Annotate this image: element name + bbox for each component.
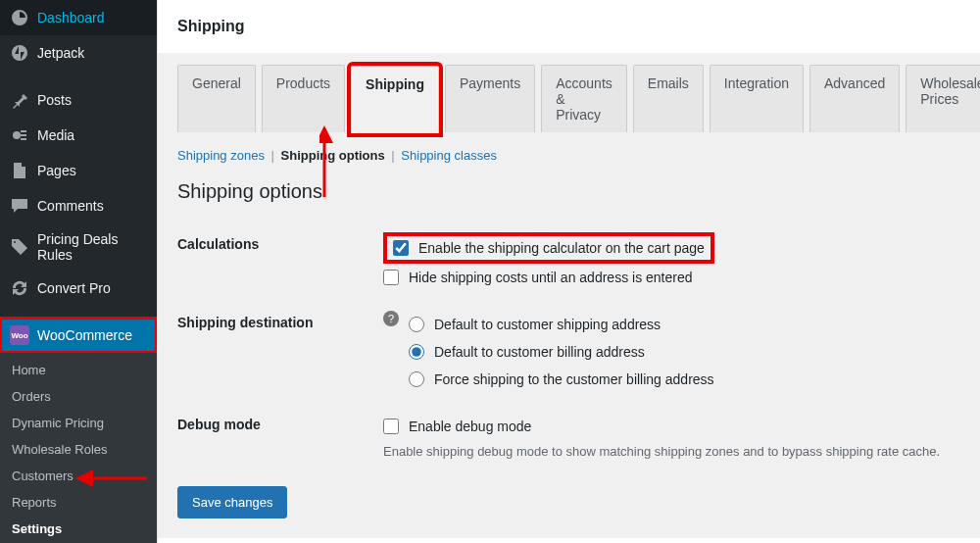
opt-enable-debug[interactable]: Enable debug mode xyxy=(383,413,960,440)
subtab-shipping-zones[interactable]: Shipping zones xyxy=(177,148,265,163)
dashboard-icon xyxy=(10,8,29,27)
submenu-dynamic-pricing[interactable]: Dynamic Pricing xyxy=(0,410,157,436)
sidebar-item-label: Media xyxy=(37,127,74,143)
shipping-subtabs: Shipping zones | Shipping options | Ship… xyxy=(177,148,960,163)
jetpack-icon xyxy=(10,43,29,63)
opt-hide-costs[interactable]: Hide shipping costs until an address is … xyxy=(383,264,960,291)
debug-description: Enable shipping debug mode to show match… xyxy=(383,444,960,459)
sidebar-item-label: Posts xyxy=(37,92,72,108)
opt-force-billing[interactable]: Force shipping to the customer billing a… xyxy=(409,366,714,393)
woocommerce-submenu: Home Orders Dynamic Pricing Wholesale Ro… xyxy=(0,353,157,543)
sidebar-item-label: Convert Pro xyxy=(37,280,111,296)
page-icon xyxy=(10,161,29,180)
submenu-customers[interactable]: Customers xyxy=(0,463,157,489)
sidebar-item-woocommerce[interactable]: Woo WooCommerce xyxy=(0,318,157,353)
radio-default-billing[interactable] xyxy=(409,344,424,360)
opt-label: Force shipping to the customer billing a… xyxy=(434,371,714,387)
label-destination: Shipping destination xyxy=(177,311,383,330)
save-button[interactable]: Save changes xyxy=(177,486,287,518)
sidebar-item-comments[interactable]: Comments xyxy=(0,188,157,223)
tab-wholesale-prices[interactable]: Wholesale Prices xyxy=(906,65,980,132)
tab-emails[interactable]: Emails xyxy=(633,65,704,132)
opt-label: Hide shipping costs until an address is … xyxy=(409,270,693,285)
opt-label: Default to customer shipping address xyxy=(434,317,661,332)
tab-products[interactable]: Products xyxy=(262,65,345,132)
opt-label: Enable the shipping calculator on the ca… xyxy=(418,240,705,256)
subtab-shipping-classes[interactable]: Shipping classes xyxy=(401,148,497,163)
main-content: Shipping General Products Shipping Payme… xyxy=(157,0,980,543)
tab-shipping[interactable]: Shipping xyxy=(351,66,439,133)
sidebar-item-media[interactable]: Media xyxy=(0,118,157,153)
submenu-orders[interactable]: Orders xyxy=(0,383,157,410)
checkbox-enable-debug[interactable] xyxy=(383,419,399,434)
sidebar-item-convert-pro[interactable]: Convert Pro xyxy=(0,271,157,306)
tab-accounts-privacy[interactable]: Accounts & Privacy xyxy=(541,65,627,132)
tab-general[interactable]: General xyxy=(177,65,256,132)
sidebar-item-label: Comments xyxy=(37,198,104,214)
page-title: Shipping xyxy=(177,18,960,35)
media-icon xyxy=(10,125,29,145)
checkbox-enable-calculator[interactable] xyxy=(393,240,409,256)
radio-force-billing[interactable] xyxy=(409,371,424,387)
sidebar-item-posts[interactable]: Posts xyxy=(0,82,157,118)
radio-default-shipping[interactable] xyxy=(409,317,424,332)
svg-point-1 xyxy=(13,131,21,139)
svg-point-0 xyxy=(12,45,27,61)
opt-default-shipping[interactable]: Default to customer shipping address xyxy=(409,311,714,338)
page-header: Shipping xyxy=(158,0,980,53)
sidebar-item-label: Dashboard xyxy=(37,10,105,25)
sidebar-item-label: Jetpack xyxy=(37,45,84,61)
tab-advanced[interactable]: Advanced xyxy=(809,65,900,132)
settings-tabs: General Products Shipping Payments Accou… xyxy=(177,65,960,132)
submenu-wholesale-roles[interactable]: Wholesale Roles xyxy=(0,436,157,463)
tab-payments[interactable]: Payments xyxy=(445,65,535,132)
label-debug: Debug mode xyxy=(177,413,383,432)
sidebar-item-label: WooCommerce xyxy=(37,327,132,343)
sidebar-item-pricing-deals[interactable]: Pricing Deals Rules xyxy=(0,223,157,271)
label-calculations: Calculations xyxy=(177,232,383,252)
subtab-shipping-options[interactable]: Shipping options xyxy=(281,148,385,163)
sidebar-item-jetpack[interactable]: Jetpack xyxy=(0,35,157,71)
sidebar-item-label: Pages xyxy=(37,163,76,178)
submenu-reports[interactable]: Reports xyxy=(0,489,157,516)
opt-label: Enable debug mode xyxy=(409,419,531,434)
comment-icon xyxy=(10,196,29,216)
submenu-home[interactable]: Home xyxy=(0,357,157,383)
sidebar-item-dashboard[interactable]: Dashboard xyxy=(0,0,157,35)
opt-label: Default to customer billing address xyxy=(434,344,645,360)
sidebar-item-label: Pricing Deals Rules xyxy=(37,231,147,263)
opt-default-billing[interactable]: Default to customer billing address xyxy=(409,338,714,366)
opt-enable-calculator[interactable]: Enable the shipping calculator on the ca… xyxy=(383,232,714,264)
section-title: Shipping options xyxy=(177,180,960,203)
tag-icon xyxy=(10,237,29,257)
admin-sidebar: Dashboard Jetpack Posts Media Pages Comm… xyxy=(0,0,157,543)
submenu-settings[interactable]: Settings xyxy=(0,516,157,542)
sidebar-item-pages[interactable]: Pages xyxy=(0,153,157,188)
checkbox-hide-costs[interactable] xyxy=(383,270,399,285)
convert-icon xyxy=(10,278,29,298)
help-icon[interactable]: ? xyxy=(383,311,399,326)
tab-integration[interactable]: Integration xyxy=(710,65,804,132)
pin-icon xyxy=(10,90,29,110)
woo-icon: Woo xyxy=(10,325,29,345)
